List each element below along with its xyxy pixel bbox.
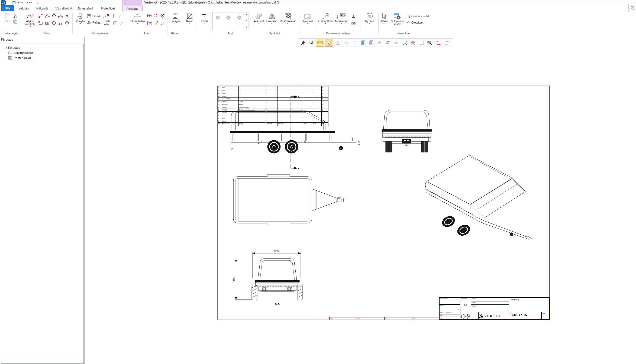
chain-dimension-button[interactable] [147,13,152,18]
title-block: Yleistoleranssit Massa: kg Pvm. 2023-01-… [439,297,550,320]
filter-button[interactable] [350,39,358,46]
plane-button[interactable] [334,39,341,46]
tree-item-rasterikuvat[interactable]: Rasterikuvat [1,55,83,60]
ruler-icon [317,41,323,45]
raster-images-button[interactable]: Rasterikuvat ▾ [279,12,296,25]
paste-button[interactable]: Liitä [4,12,12,23]
tree-item-piirustus[interactable]: Piirustus [1,45,83,50]
weld-icon [351,21,356,26]
smart-polyline-button[interactable]: Älykäs viivaketju ▾ [24,12,37,28]
tab-file[interactable]: File [1,5,14,11]
tab-pistepilvet[interactable]: Pistepilvet [98,5,118,11]
radius-dimension-button[interactable] [160,20,165,25]
zoom-fit-button[interactable] [401,39,409,46]
subpictures-button[interactable]: Alikuvat ▾ [253,12,265,25]
gallery-expand-button[interactable]: ⇟ [246,26,247,28]
save-button[interactable] [12,1,16,5]
defaults-button[interactable]: Oletukset [406,20,430,25]
annotations-button[interactable]: A Merkinnät ▾ [334,12,348,25]
chamfer-button[interactable] [119,13,124,18]
ordinate-dimension-button[interactable] [153,13,159,18]
layers-off-button[interactable] [376,39,383,46]
mirror-button[interactable]: Peilaa [86,20,101,25]
undo-button[interactable]: ▾ [18,1,23,5]
tab-piirustus[interactable]: Piirustus [122,5,143,12]
polyline-tool-button[interactable] [44,13,50,18]
fillet-button[interactable] [112,13,118,18]
measure-button[interactable] [316,39,324,47]
tab-nakyma[interactable]: Näkymä [34,5,50,11]
text-tool-button[interactable]: T Teksti ▾ [200,12,209,25]
tab-arkisto[interactable]: Arkisto [16,5,31,11]
trim-icon [103,13,110,20]
subdrawings-icon [8,51,12,54]
copy-button[interactable] [12,19,18,24]
section-mark-top: A [298,96,300,98]
distance-constraint-button[interactable]: Etäisyys ▾ [169,12,181,25]
snap-direction-button[interactable] [307,39,315,46]
layers-some-button[interactable] [367,39,375,46]
gallery-down-button[interactable]: ▼ [246,20,248,21]
view-and-use-button[interactable]: Näkymä ja käyttö [390,12,405,26]
stretch-button[interactable]: Venytä ▾ [75,12,85,25]
app-logo[interactable]: G4 [1,0,6,5]
selection-button[interactable]: Valinta ▾ [379,12,389,25]
offset-button[interactable]: Offset [86,13,101,19]
circle-2pt-tool-button[interactable] [51,20,57,25]
ellipse-tool-button[interactable] [64,20,70,25]
new-window-button[interactable] [443,39,451,46]
weld-symbol-button[interactable]: ▾ [349,21,359,26]
tab-jarjestelma[interactable]: Järjestelmä [76,5,94,11]
line-tool-button[interactable] [38,13,43,18]
hatch-button[interactable]: Kuvio ▾ [185,12,194,25]
arc-tool-button[interactable] [58,20,63,25]
qat-customize-button[interactable] [36,1,40,5]
remove-part-button[interactable]: Poista osa [102,12,111,26]
chamfer-corner-button[interactable] [119,20,124,25]
diameter-dimension-button[interactable] [160,13,165,18]
circle-tool-button[interactable] [51,13,57,18]
divider [43,1,43,5]
sheet-view-button[interactable] [418,39,425,46]
layer-one-button[interactable] [392,39,400,46]
mirror-icon [87,20,92,25]
quick-dimension-button[interactable]: 45 Pikamitoitus ▾ [129,12,146,25]
zoom-in-button[interactable] [409,39,417,46]
fillet-corner-button[interactable] [112,20,118,25]
drawing-sheet[interactable]: A A [217,86,550,320]
checked-label: Tark. [440,315,443,316]
symbols-button[interactable]: Symbolit ▾ [301,12,314,25]
style-gallery[interactable] [212,12,245,30]
cut-button[interactable] [12,13,18,18]
profile-beam-button[interactable]: ▾ [349,14,359,19]
layers-two-button[interactable] [384,39,392,46]
arc-3pt-tool-button[interactable] [58,13,63,18]
projection-button[interactable]: Projektio ▾ [266,12,278,25]
search-button[interactable] [628,4,636,12]
layers-all-button[interactable] [359,39,367,46]
group-button[interactable]: Ryhmä ▾ [364,12,375,25]
date-value: 2023-01-17 [445,312,452,313]
tree-item-alipiirustukset[interactable]: Alipiirustukset [1,50,83,55]
redo-button[interactable]: ▾ [27,1,32,5]
file-label: Tiedosto [472,298,476,300]
spline-tool-button[interactable] [64,13,70,18]
ucs-axes-button[interactable] [434,39,442,46]
select-mode-button[interactable] [325,39,333,47]
style-gear-icon [215,15,221,21]
ribbon-group-viivat: Älykäs viivaketju ▾ [21,12,72,35]
plane-dashed-button[interactable] [342,39,350,46]
group-label: Tyyli [211,32,250,35]
rectangle-center-tool-button[interactable] [44,20,50,25]
edit-dimension-button[interactable] [153,20,159,25]
table-wand-button[interactable] [426,39,434,46]
gallery-up-button[interactable]: ▲ [246,13,248,15]
pin-button[interactable] [299,39,307,46]
group-label: Viivat [21,32,72,35]
smart-polyline-icon [26,13,34,20]
baseline-dimension-button[interactable] [147,20,152,25]
properties-button[interactable]: Ominaisuudet [406,13,430,19]
rectangle-tool-button[interactable] [38,20,43,25]
tab-visualisointi[interactable]: Visualisointi [54,5,74,11]
part-list-button[interactable]: 1 Osaluettelo ▾ [317,12,333,25]
